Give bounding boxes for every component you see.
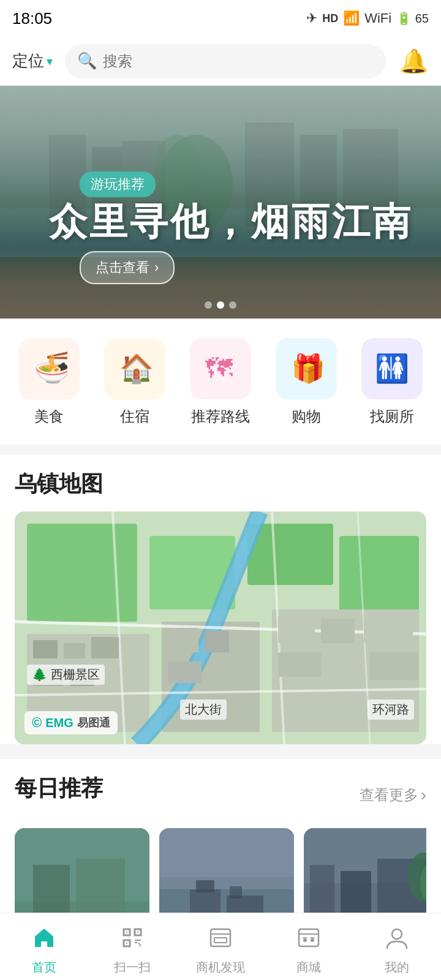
- svg-rect-41: [370, 652, 419, 680]
- map-logo-icon: ©: [32, 715, 42, 731]
- nav-mall[interactable]: 商城: [265, 918, 353, 976]
- location-label: 定位: [12, 50, 44, 72]
- svg-point-83: [392, 929, 402, 939]
- network-hd-icon: HD: [322, 12, 338, 25]
- mall-label: 商城: [296, 959, 321, 976]
- mall-svg: [296, 925, 321, 950]
- map-visual: 🌲 西栅景区 北大街 环河路 © EMG 易图通: [15, 511, 426, 744]
- map-logo-emg: EMG: [45, 716, 74, 730]
- map-label-huanhe-text: 环河路: [372, 703, 409, 716]
- dot-2[interactable]: [217, 301, 224, 309]
- category-food[interactable]: 🍜 美食: [18, 338, 80, 426]
- more-label: 查看更多: [360, 785, 418, 805]
- svg-rect-28: [33, 640, 58, 658]
- location-button[interactable]: 定位 ▾: [12, 50, 53, 72]
- shop-label: 购物: [292, 407, 321, 426]
- nav-scan[interactable]: 扫一扫: [88, 918, 176, 976]
- nav-discover[interactable]: 商机发现: [176, 918, 265, 976]
- svg-rect-33: [168, 628, 198, 652]
- discover-icon: [208, 925, 233, 956]
- svg-rect-19: [339, 536, 419, 622]
- svg-rect-53: [196, 880, 214, 892]
- route-svg: 🗺: [202, 350, 239, 387]
- map-label-xizha: 🌲 西栅景区: [27, 665, 105, 685]
- daily-header: 每日推荐 查看更多 ›: [15, 774, 426, 816]
- hotel-label: 住宿: [120, 407, 149, 426]
- svg-rect-45: [76, 859, 125, 914]
- signal-icon: ✈: [306, 10, 317, 26]
- hotel-icon-bg: 🏠: [104, 338, 165, 399]
- bottom-nav: 首页 扫一扫 商机发现: [0, 913, 441, 980]
- banner-cta-button[interactable]: 点击查看 ›: [80, 251, 175, 284]
- svg-rect-51: [159, 828, 294, 889]
- scan-label: 扫一扫: [114, 959, 151, 976]
- banner-carousel[interactable]: 游玩推荐 众里寻他，烟雨江南 点击查看 ›: [0, 86, 441, 318]
- shop-icon-bg: 🎁: [276, 338, 337, 399]
- scan-svg: [120, 925, 145, 950]
- wifi-icon: WiFi: [364, 10, 391, 26]
- map-section: 乌镇地图: [0, 454, 441, 744]
- category-wc[interactable]: 🚻 找厕所: [361, 338, 423, 426]
- top-nav: 定位 ▾ 🔍 🔔: [0, 37, 441, 86]
- signal-bars-icon: 📶: [343, 10, 360, 26]
- dot-1[interactable]: [205, 301, 212, 309]
- banner-btn-arrow-icon: ›: [154, 260, 159, 276]
- map-label-xizha-text: 🌲 西栅景区: [32, 668, 100, 681]
- hotel-svg: 🏠: [116, 350, 153, 387]
- map-logo-sub: 易图通: [77, 715, 110, 730]
- svg-rect-35: [168, 662, 202, 683]
- category-shop[interactable]: 🎁 购物: [276, 338, 337, 426]
- svg-rect-34: [205, 631, 229, 652]
- more-link[interactable]: 查看更多 ›: [360, 785, 426, 805]
- food-svg: 🍜: [31, 350, 67, 387]
- banner-title: 众里寻他，烟雨江南: [49, 196, 413, 247]
- svg-rect-77: [299, 929, 318, 946]
- svg-text:🗺: 🗺: [205, 353, 233, 384]
- banner-btn-label: 点击查看: [96, 258, 149, 277]
- home-svg: [32, 925, 56, 950]
- search-bar[interactable]: 🔍: [65, 44, 386, 78]
- svg-rect-36: [278, 616, 315, 643]
- svg-rect-44: [33, 865, 70, 914]
- svg-point-79: [303, 938, 307, 942]
- nav-home[interactable]: 首页: [0, 918, 88, 976]
- more-arrow-icon: ›: [421, 785, 426, 805]
- banner-tag: 游玩推荐: [80, 172, 156, 197]
- svg-rect-37: [321, 619, 355, 643]
- svg-rect-29: [64, 643, 85, 658]
- daily-title: 每日推荐: [15, 774, 103, 804]
- svg-point-80: [311, 938, 314, 942]
- me-svg: [385, 925, 409, 950]
- svg-rect-30: [91, 637, 119, 658]
- notification-button[interactable]: 🔔: [398, 46, 429, 77]
- location-dropdown-icon: ▾: [47, 54, 53, 69]
- search-input[interactable]: [103, 53, 374, 70]
- search-icon: 🔍: [77, 51, 97, 70]
- svg-rect-69: [137, 932, 138, 933]
- svg-rect-39: [278, 652, 321, 677]
- me-label: 我的: [385, 959, 409, 976]
- battery-icon: 🔋 65: [396, 11, 429, 26]
- food-icon: 🍜: [18, 338, 80, 399]
- home-icon: [32, 925, 56, 956]
- bell-icon: 🔔: [399, 48, 428, 75]
- svg-rect-68: [126, 932, 127, 933]
- svg-rect-70: [126, 943, 127, 944]
- svg-text:🏠: 🏠: [119, 352, 153, 385]
- map-label-huanhe: 环河路: [368, 699, 414, 720]
- map-container[interactable]: 🌲 西栅景区 北大街 环河路 © EMG 易图通: [15, 511, 426, 744]
- dot-3[interactable]: [229, 301, 236, 309]
- nav-me[interactable]: 我的: [353, 918, 441, 976]
- svg-rect-76: [214, 938, 227, 943]
- map-label-beidajie-text: 北大街: [185, 703, 222, 716]
- home-label: 首页: [32, 959, 56, 976]
- status-time: 18:05: [12, 9, 52, 28]
- category-hotel[interactable]: 🏠 住宿: [104, 338, 165, 426]
- map-label-beidajie: 北大街: [180, 699, 227, 720]
- wc-svg: 🚻: [374, 350, 410, 387]
- category-route[interactable]: 🗺 推荐路线: [190, 338, 251, 426]
- shop-svg: 🎁: [288, 350, 325, 387]
- svg-text:🍜: 🍜: [34, 350, 67, 386]
- wc-icon-bg: 🚻: [361, 338, 423, 399]
- discover-svg: [208, 925, 233, 950]
